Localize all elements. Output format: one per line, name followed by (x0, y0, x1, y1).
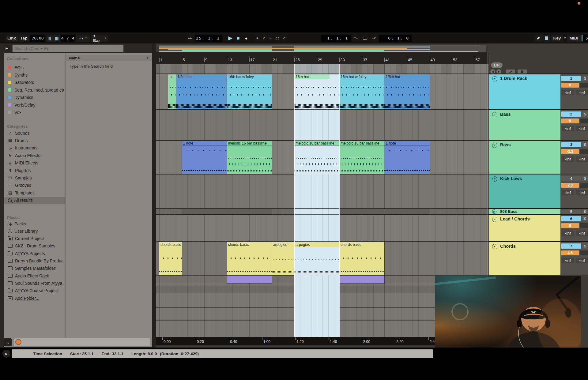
clip-1-8th-hat[interactable]: 1/8th hat (384, 74, 429, 109)
clip-chords-basic[interactable]: chords basic (227, 242, 272, 275)
sidebar-item-user-library[interactable]: User Library (7, 228, 64, 235)
clip-melodic-16-bar-bassline[interactable]: melodic 16 bar bassline (294, 141, 339, 174)
solo-button[interactable]: S (582, 76, 588, 81)
clip-1-note[interactable]: 1 note (182, 141, 227, 174)
fold-track-icon[interactable]: ▶ (492, 209, 496, 214)
clip-block[interactable] (227, 276, 272, 283)
help-indicator-icon[interactable] (15, 339, 21, 345)
sidebar-item-audio-effect-rack[interactable]: Audio Effect Rack (7, 272, 64, 279)
punch-out-button[interactable] (370, 35, 378, 42)
nudge-down-button[interactable]: ||| (47, 35, 53, 42)
solo-button[interactable]: S (582, 176, 588, 181)
punch-in-button[interactable] (352, 35, 360, 42)
clip-16th-hat-w-foley[interactable]: 16th hat w foley (227, 74, 272, 109)
link-button[interactable]: Link (6, 35, 18, 42)
track-name[interactable]: 808 Bass (500, 209, 517, 214)
track-number[interactable]: 6 (561, 216, 581, 221)
send-field[interactable]: -inf (576, 190, 588, 195)
loop-start-field[interactable]: 1. 1. 1 (321, 35, 351, 42)
solo-button[interactable]: S (582, 142, 588, 147)
clip-melodic-16-bar-bassline[interactable]: melodic 16 bar bassline (227, 141, 272, 174)
volume-field[interactable]: -inf (562, 90, 574, 95)
sidebar-item-eq-s[interactable]: EQ's (7, 64, 64, 71)
follow-button[interactable] (186, 35, 194, 42)
arrangement-overview[interactable] (159, 45, 486, 52)
solo-button[interactable]: S (582, 209, 588, 214)
track-number[interactable]: 1 (561, 76, 581, 81)
pan-field[interactable] (580, 83, 588, 88)
pan-field[interactable] (580, 183, 588, 188)
sidebar-item-samples-mastafolder[interactable]: Samples Mastafolder! (7, 265, 64, 272)
send-field[interactable]: -inf (576, 258, 588, 263)
track-number[interactable]: 5 (561, 209, 581, 214)
arrangement-position-field[interactable]: 25. 1. 1 (195, 35, 222, 42)
volume-field[interactable]: -inf (562, 126, 574, 131)
gain-field[interactable]: 0 (561, 223, 579, 228)
clip-chords-basic[interactable]: chords basic (339, 242, 384, 275)
midi-map-button[interactable]: MIDI (567, 35, 581, 42)
delete-button[interactable]: Del (491, 62, 503, 68)
track-name[interactable]: 1 Drum Rack (500, 76, 527, 81)
sidebar-item-atyya-course-project[interactable]: ATYYA Course Project (7, 287, 64, 294)
sidebar-item-sk2-drum-samples[interactable]: SK2 - Drum Samples (7, 243, 64, 250)
gain-field[interactable]: 2.0 (561, 183, 579, 188)
loop-button[interactable] (361, 35, 369, 42)
sidebar-item-dream-bundle-by-product[interactable]: Dream Bundle By Product (7, 258, 64, 265)
pan-field[interactable] (580, 250, 588, 255)
send-field[interactable]: -inf (576, 156, 588, 162)
overview-viewport-box[interactable] (159, 46, 478, 52)
gain-field[interactable]: 4.6 (561, 250, 579, 255)
clip-chords-basic[interactable]: chords basic (159, 242, 182, 275)
sidebar-item-grooves[interactable]: ≈Grooves (7, 182, 64, 189)
automation-mode-button[interactable] (261, 35, 267, 42)
nudge-up-button[interactable]: |||| (53, 35, 60, 42)
sidebar-item-verb-delay[interactable]: Verb/Delay (7, 101, 64, 108)
time-signature-field[interactable]: 4 / 4 (61, 35, 75, 42)
pan-field[interactable] (580, 223, 588, 228)
track-meter-icon[interactable]: ≡ (492, 112, 497, 117)
unfold-track-icon[interactable]: ▼ (492, 176, 497, 182)
clip-block[interactable] (384, 209, 429, 214)
track-name-area-bass[interactable]: ▼Bass (489, 141, 560, 174)
solo-button[interactable]: S (582, 111, 588, 117)
track-name[interactable]: Bass (500, 142, 511, 147)
volume-field[interactable]: -inf (562, 156, 574, 162)
metronome-button[interactable]: ○ ● ▼ (76, 35, 90, 42)
browser-name-header[interactable]: Name ▼ (66, 55, 152, 61)
track-name[interactable]: Chords (500, 244, 516, 249)
pan-field[interactable] (580, 149, 588, 154)
track-meter-icon[interactable]: ≡ (492, 217, 497, 222)
groove-pool-button[interactable]: ≈ (4, 338, 12, 346)
sidebar-item-drums[interactable]: ▦Drums (7, 137, 64, 144)
sidebar-item-saturators[interactable]: Saturators (7, 79, 64, 86)
unfold-track-icon[interactable]: ▼ (492, 76, 497, 81)
pan-field[interactable] (580, 119, 588, 123)
track-name[interactable]: Kick Lows (500, 176, 522, 181)
clip-block[interactable] (339, 276, 384, 283)
clip-hat-o[interactable]: hat o (168, 74, 176, 109)
sidebar-item-dynamics[interactable]: Dynamics (7, 94, 64, 101)
send-field[interactable]: -inf (576, 90, 588, 95)
send-field[interactable]: -inf (576, 231, 588, 236)
sidebar-item-sounds[interactable]: ♫Sounds (7, 130, 64, 137)
gain-field[interactable]: -1.3 (561, 149, 579, 154)
track-name-area-808-bass[interactable]: ▶808 Bass (489, 209, 560, 214)
track-name-area-1-drum-rack[interactable]: ▼1 Drum Rack (489, 74, 560, 109)
track-name-area-bass[interactable]: ≡Bass (489, 110, 560, 140)
search-input[interactable] (13, 46, 123, 51)
volume-field[interactable]: -inf (562, 231, 574, 236)
key-map-button[interactable]: Key (551, 35, 563, 42)
sidebar-item-instruments[interactable]: ◷Instruments (7, 145, 64, 152)
track-name[interactable]: Lead / Chords (500, 216, 530, 221)
track-number[interactable]: 3 (561, 142, 581, 147)
tap-tempo-button[interactable]: Tap (19, 35, 29, 42)
sidebar-item-packs[interactable]: Packs (7, 220, 64, 227)
gain-field[interactable]: 0 (561, 83, 579, 88)
solo-button[interactable]: S (582, 216, 588, 221)
sidebar-item-current-project[interactable]: Current Project (7, 235, 64, 242)
clip-arpegios[interactable]: arpegios (294, 242, 339, 275)
sidebar-item-templates[interactable]: ▤Templates (7, 189, 64, 196)
track-name[interactable]: Bass (500, 112, 511, 117)
sidebar-item-seq-res-mod-spread-etc[interactable]: Seq, Res, mod, spread etc (7, 86, 64, 93)
solo-button[interactable]: S (582, 243, 588, 249)
